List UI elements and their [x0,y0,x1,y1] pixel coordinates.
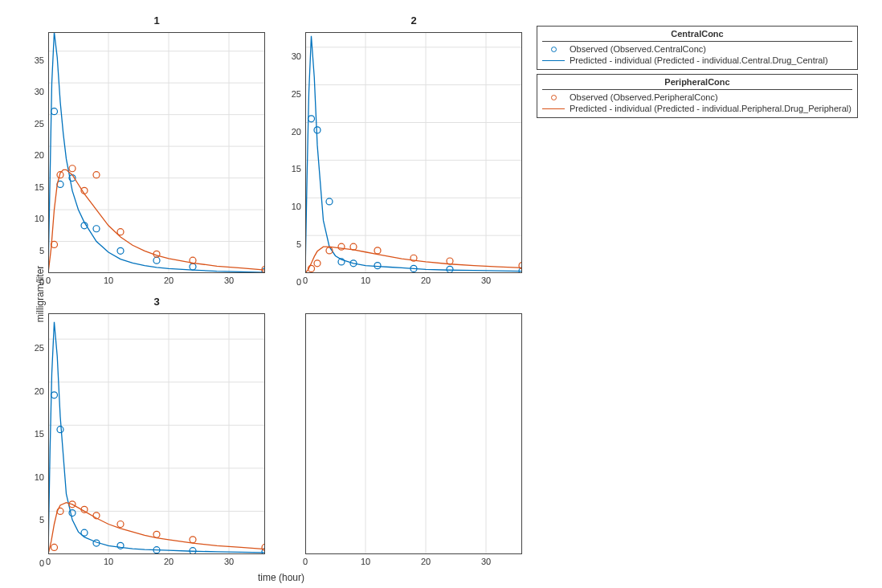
x-tick-label: 0 [303,276,308,285]
x-tick-label: 0 [303,557,308,566]
x-tick-label: 0 [46,276,51,285]
y-tick-label: 15 [35,430,44,439]
x-tick-label: 10 [361,557,370,566]
legend-entry: Observed (Observed.CentralConc) [542,43,852,55]
y-tick-label: 0 [39,559,44,568]
x-tick-label: 30 [224,557,234,566]
y-tick-label: 25 [35,344,44,353]
chart-panel-2: 20102030051015202530 [305,32,522,273]
chart-panel-4: 0102030 [305,313,522,554]
x-axis-label: time (hour) [40,572,522,583]
y-tick-label: 20 [35,151,44,160]
panel-title: 3 [48,296,265,308]
legend-entry: Predicted - individual (Predicted - indi… [542,103,852,114]
chart-panel-1: 1010203005101520253035 [48,32,265,273]
panel-title: 2 [305,14,522,27]
y-tick-label: 15 [35,182,44,191]
x-tick-label: 30 [481,276,491,285]
x-tick-label: 10 [104,557,113,566]
legend-entry: Observed (Observed.PeripheralConc) [542,92,852,103]
figure: milligram/liter time (hour) 101020300510… [0,0,882,588]
y-tick-label: 0 [296,278,301,287]
legend-central-title: CentralConc [542,28,852,42]
y-tick-label: 30 [35,88,44,96]
y-tick-label: 25 [35,119,44,128]
y-tick-label: 5 [39,246,44,255]
y-tick-label: 0 [39,278,44,287]
axes-box [305,32,522,273]
y-tick-label: 10 [35,214,44,223]
legend-peripheral: PeripheralConc Observed (Observed.Periph… [537,74,858,118]
x-tick-label: 20 [421,557,431,566]
legend-label: Observed (Observed.CentralConc) [570,44,706,54]
marker-icon [542,45,565,54]
y-tick-label: 20 [292,127,301,136]
line-icon [542,56,565,65]
panel-title: 1 [48,14,265,27]
y-tick-label: 35 [35,55,44,64]
marker-icon [542,93,565,102]
legend-label: Observed (Observed.PeripheralConc) [570,92,718,102]
legend-peripheral-title: PeripheralConc [542,76,852,90]
y-tick-label: 10 [35,472,44,481]
x-tick-label: 30 [481,557,491,566]
axes-box [48,313,265,554]
axes-box [48,32,265,273]
legend-label: Predicted - individual (Predicted - indi… [570,55,828,65]
y-tick-label: 20 [35,386,44,395]
x-tick-label: 20 [164,276,174,285]
legend-entry: Predicted - individual (Predicted - indi… [542,55,852,66]
y-tick-label: 5 [296,240,301,249]
x-tick-label: 10 [361,276,370,285]
y-tick-label: 30 [292,51,301,60]
axes-box [305,313,522,554]
x-tick-label: 10 [104,276,113,285]
chart-panel-3: 301020300510152025 [48,313,265,554]
x-tick-label: 20 [421,276,431,285]
legend-label: Predicted - individual (Predicted - indi… [570,104,851,113]
y-axis-label: milligram/liter [35,266,46,323]
x-tick-label: 0 [46,557,51,566]
line-icon [542,104,565,113]
y-tick-label: 5 [39,516,44,525]
x-tick-label: 20 [164,557,174,566]
x-tick-label: 30 [224,276,234,285]
y-tick-label: 15 [292,165,301,174]
legend-central: CentralConc Observed (Observed.CentralCo… [537,26,858,70]
y-tick-label: 25 [292,89,301,98]
y-tick-label: 10 [292,202,301,211]
